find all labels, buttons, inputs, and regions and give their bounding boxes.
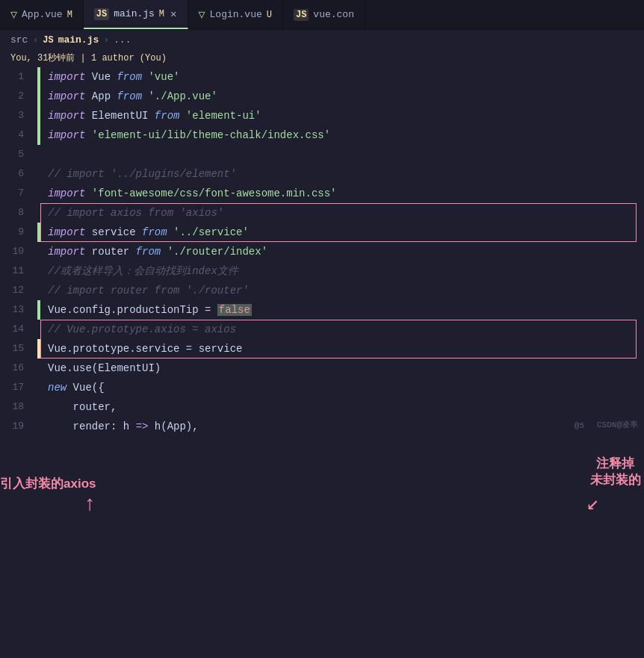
close-icon[interactable]: ✕ [170,7,176,20]
annotation-comment-text: 注释掉未封装的 [590,456,641,488]
line-content: // import axios from 'axios' [40,203,644,223]
line-number: 13 [0,300,37,320]
line-content: import Vue from 'vue' [40,67,644,87]
tab-label: App.vue [22,9,63,20]
tab-login-vue[interactable]: ▽ Login.vue U [188,0,283,29]
line-content: //或者这样导入：会自动找到index文件 [40,261,644,281]
line-content: Vue.prototype.service = service [40,339,644,359]
line-content: import 'font-awesome/css/font-awesome.mi… [40,184,644,203]
code-area: 1import Vue from 'vue'2import App from '… [0,67,644,436]
tab-vue-con[interactable]: JS vue.con [283,0,365,29]
line-number: 2 [0,87,37,106]
code-line-3: 3import ElementUI from 'element-ui' [0,106,644,125]
line-number: 12 [0,281,37,300]
breadcrumb-ellipsis: ... [114,34,131,46]
line-number: 18 [0,397,37,417]
annotation-axios: 引入封装的axios ↑ [0,477,96,516]
watermark-at5: @5 [575,421,584,430]
code-line-18: 18 router, [0,397,644,417]
tab-modifier: U [267,10,272,20]
line-content: Vue.use(ElementUI) [40,359,644,378]
code-line-12: 12// import router from './router' [0,281,644,300]
line-number: 11 [0,261,37,281]
code-line-4: 4import 'element-ui/lib/theme-chalk/inde… [0,125,644,145]
breadcrumb-sep1: › [32,34,38,46]
git-blame: You, 31秒钟前 | 1 author (You) [0,50,644,67]
tab-modifier: M [67,10,72,20]
line-number: 16 [0,359,37,378]
line-number: 3 [0,106,37,125]
code-line-13: 13Vue.config.productionTip = false [0,300,644,320]
line-content: Vue.config.productionTip = false [40,300,644,320]
line-content [40,145,644,164]
line-number: 1 [0,67,37,87]
line-content: // import router from './router' [40,281,644,300]
line-content: import service from '../service' [40,223,644,242]
line-content: import router from './router/index' [40,242,644,261]
line-content: router, [40,397,644,417]
line-content: render: h => h(App), [40,417,644,436]
breadcrumb-sep2: › [103,34,109,46]
js-icon: JS [294,9,309,21]
tab-label: main.js [114,8,155,19]
js-icon: JS [94,8,109,20]
breadcrumb-src: src [10,34,28,46]
annotation-comment-arrow: ↙ [586,490,599,515]
line-number: 7 [0,184,37,203]
code-line-7: 7import 'font-awesome/css/font-awesome.m… [0,184,644,203]
tab-app-vue[interactable]: ▽ App.vue M [0,0,84,29]
line-content: import 'element-ui/lib/theme-chalk/index… [40,125,644,145]
tab-label: Login.vue [210,9,262,20]
line-number: 17 [0,378,37,397]
code-line-2: 2import App from './App.vue' [0,87,644,106]
breadcrumb: src › JS main.js › ... [0,30,644,50]
line-content: // import '../plugins/element' [40,164,644,184]
code-line-17: 17new Vue({ [0,378,644,397]
line-content: import App from './App.vue' [40,87,644,106]
code-line-1: 1import Vue from 'vue' [0,67,644,87]
line-number: 10 [0,242,37,261]
code-line-6: 6// import '../plugins/element' [0,164,644,184]
line-number: 9 [0,223,37,242]
tab-bar: ▽ App.vue M JS main.js M ✕ ▽ Login.vue U… [0,0,644,30]
code-line-5: 5 [0,145,644,164]
annotation-axios-text: 引入封装的axios [0,477,96,491]
vue-icon: ▽ [10,7,17,22]
code-line-14: 14// Vue.prototype.axios = axios [0,320,644,339]
line-number: 14 [0,320,37,339]
line-number: 5 [0,145,37,164]
code-line-10: 10import router from './router/index' [0,242,644,261]
line-number: 6 [0,164,37,184]
code-line-19: 19 render: h => h(App), [0,417,644,436]
code-line-8: 8// import axios from 'axios' [0,203,644,223]
tab-main-js[interactable]: JS main.js M ✕ [84,0,188,29]
tab-label: vue.con [313,9,354,20]
annotation-axios-arrow: ↑ [84,493,96,516]
annotation-comment: 注释掉未封装的 ↙ [586,456,644,515]
line-number: 4 [0,125,37,145]
line-content: new Vue({ [40,378,644,397]
line-number: 19 [0,417,37,436]
line-number: 8 [0,203,37,223]
line-content: // Vue.prototype.axios = axios [40,320,644,339]
code-line-15: 15Vue.prototype.service = service [0,339,644,359]
code-line-16: 16Vue.use(ElementUI) [0,359,644,378]
breadcrumb-file: main.js [58,34,99,46]
breadcrumb-js-icon: JS [43,35,53,46]
watermark-csdn: CSDN@凌率 [597,419,638,430]
vue-icon: ▽ [199,7,205,22]
line-number: 15 [0,339,37,359]
code-line-9: 9import service from '../service' [0,223,644,242]
code-line-11: 11//或者这样导入：会自动找到index文件 [0,261,644,281]
tab-modifier: M [159,9,164,19]
line-content: import ElementUI from 'element-ui' [40,106,644,125]
